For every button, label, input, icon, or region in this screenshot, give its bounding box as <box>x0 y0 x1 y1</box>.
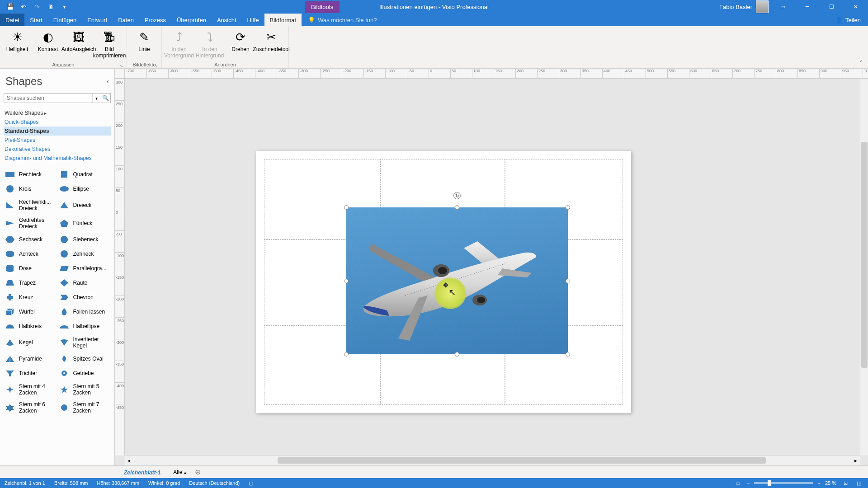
ribbon-rotate-button[interactable]: ⟳Drehen <box>226 28 255 62</box>
resize-handle-br[interactable] <box>566 352 570 357</box>
search-go-icon[interactable]: 🔍 <box>100 94 110 103</box>
share-button[interactable]: 👤 Teilen <box>828 14 868 26</box>
zoom-in-icon[interactable]: + <box>817 480 820 486</box>
shape-can[interactable]: Dose <box>4 262 57 275</box>
canvas[interactable]: ✥ ↖ ↻ <box>125 79 860 455</box>
vertical-scrollbar[interactable] <box>860 79 868 455</box>
redo-icon[interactable]: ↷ <box>32 1 42 12</box>
shapes-category-dekorative-shapes[interactable]: Dekorative Shapes <box>4 145 111 154</box>
shape-cone[interactable]: Kegel <box>4 334 57 351</box>
shape-oct[interactable]: Achteck <box>4 248 57 260</box>
user-name[interactable]: Fabio Basler <box>719 4 752 10</box>
resize-handle-mr[interactable] <box>566 279 570 283</box>
collapse-shapes-icon[interactable]: ‹ <box>107 78 109 85</box>
ribbon-crop-button[interactable]: ✂Zuschneidetool <box>257 28 286 62</box>
zoom-slider[interactable] <box>754 482 813 484</box>
scroll-right-icon[interactable]: ► <box>852 456 860 465</box>
resize-handle-tm[interactable] <box>455 205 459 210</box>
shape-drop[interactable]: Fallen lassen <box>58 305 111 318</box>
shape-hex[interactable]: Sechseck <box>4 233 57 246</box>
tab-datei[interactable]: Datei <box>0 14 24 26</box>
tab-ansicht[interactable]: Ansicht <box>212 14 242 26</box>
maximize-icon[interactable]: ☐ <box>821 0 842 14</box>
shape-semie[interactable]: Halbellipse <box>58 320 111 333</box>
shape-semi[interactable]: Halbkreis <box>4 320 57 333</box>
macro-record-icon[interactable]: ▢ <box>249 480 253 486</box>
ribbon-auto-button[interactable]: 🖼AutoAusgleich <box>64 28 93 62</box>
zoom-out-icon[interactable]: − <box>747 480 750 486</box>
v-scroll-thumb[interactable] <box>861 142 868 368</box>
ribbon-compress-button[interactable]: 🗜Bild komprimieren <box>95 28 124 62</box>
shape-penta[interactable]: Fünfeck <box>58 215 111 231</box>
ribbon-brightness-button[interactable]: ☀Helligkeit <box>3 28 32 62</box>
resize-handle-bm[interactable] <box>455 352 459 357</box>
add-page-button[interactable]: ⊕ <box>193 467 203 478</box>
shape-star6[interactable]: Stern mit 6 Zacken <box>4 399 57 416</box>
tab-prozess[interactable]: Prozess <box>139 14 171 26</box>
shapes-category-weitere-shapes[interactable]: Weitere Shapes <box>4 108 111 117</box>
shape-star4[interactable]: Stern mit 4 Zacken <box>4 381 57 398</box>
shape-cube[interactable]: Würfel <box>4 305 57 318</box>
close-icon[interactable]: ✕ <box>845 0 866 14</box>
selected-image[interactable]: ✥ ↖ ↻ <box>346 207 568 354</box>
horizontal-scrollbar[interactable] <box>133 456 852 465</box>
resize-handle-tr[interactable] <box>566 205 570 210</box>
shapes-category-standard-shapes[interactable]: Standard-Shapes <box>4 127 111 136</box>
shape-hept[interactable]: Siebeneck <box>58 233 111 246</box>
shape-circle[interactable]: Kreis <box>4 183 57 195</box>
shape-star5[interactable]: Stern mit 5 Zacken <box>58 381 111 398</box>
tab-überprüfen[interactable]: Überprüfen <box>171 14 212 26</box>
tab-hilfe[interactable]: Hilfe <box>242 14 264 26</box>
shapes-category-diagramm-und-mathematik-shapes[interactable]: Diagramm- und Mathematik-Shapes <box>4 154 111 163</box>
zoom-level[interactable]: 25 % <box>825 480 836 486</box>
rotation-handle[interactable]: ↻ <box>453 192 461 199</box>
tab-entwurf[interactable]: Entwurf <box>82 14 113 26</box>
qat-dropdown-icon[interactable]: ▾ <box>59 1 70 12</box>
resize-handle-tl[interactable] <box>344 205 349 210</box>
dialog-launcher-icon[interactable]: ↘ <box>119 63 123 68</box>
page-tab-1[interactable]: Zeichenblatt-1 <box>118 467 167 478</box>
resize-handle-ml[interactable] <box>344 279 349 283</box>
search-dropdown-icon[interactable]: ▾ <box>92 94 100 103</box>
shapes-category-pfeil-shapes[interactable]: Pfeil-Shapes <box>4 136 111 145</box>
shape-dec[interactable]: Zehneck <box>58 248 111 260</box>
shape-cross[interactable]: Kreuz <box>4 291 57 304</box>
pan-zoom-icon[interactable]: ◫ <box>854 479 863 487</box>
shape-star7[interactable]: Stern mit 7 Zacken <box>58 399 111 416</box>
status-language[interactable]: Deutsch (Deutschland) <box>189 480 240 486</box>
shape-rtri[interactable]: Rechtwinkli... Dreieck <box>4 197 57 213</box>
shape-tri[interactable]: Dreieck <box>58 197 111 213</box>
new-page-icon[interactable]: 🗎 <box>45 1 56 12</box>
zoom-slider-thumb[interactable] <box>768 480 771 486</box>
dialog-launcher-icon[interactable]: ↘ <box>154 63 158 68</box>
shape-rotri[interactable]: Gedrehtes Dreieck <box>4 215 57 231</box>
shape-chev[interactable]: Chevron <box>58 291 111 304</box>
scroll-left-icon[interactable]: ◄ <box>125 456 133 465</box>
tab-einfügen[interactable]: Einfügen <box>48 14 82 26</box>
context-tab-bildtools[interactable]: Bildtools <box>305 1 340 13</box>
shape-icone[interactable]: Invertierter Kegel <box>58 334 111 351</box>
tab-bildformat[interactable]: Bildformat <box>264 14 302 26</box>
fit-page-icon[interactable]: ⊡ <box>841 479 850 487</box>
shapes-search-input[interactable] <box>4 94 92 103</box>
shape-trap[interactable]: Trapez <box>4 277 57 289</box>
shape-gear[interactable]: Getriebe <box>58 367 111 380</box>
shape-rect[interactable]: Rechteck <box>4 168 57 181</box>
minimize-icon[interactable]: ━ <box>797 0 817 14</box>
tell-me-search[interactable]: 💡 Was möchten Sie tun? <box>302 14 377 26</box>
shape-poval[interactable]: Spitzes Oval <box>58 352 111 365</box>
ribbon-line-button[interactable]: ✎Linie <box>130 28 159 62</box>
tab-start[interactable]: Start <box>24 14 47 26</box>
shape-funnel[interactable]: Trichter <box>4 367 57 380</box>
shape-dia[interactable]: Raute <box>58 277 111 289</box>
ribbon-options-icon[interactable]: ▭ <box>772 0 793 14</box>
page-tab-all[interactable]: Alle ▴ <box>169 467 190 477</box>
user-avatar-icon[interactable] <box>756 0 769 13</box>
shape-square[interactable]: Quadrat <box>58 168 111 181</box>
shapes-category-quick-shapes[interactable]: Quick-Shapes <box>4 117 111 127</box>
ribbon-contrast-button[interactable]: ◐Kontrast <box>33 28 62 62</box>
shape-ellipse[interactable]: Ellipse <box>58 183 111 195</box>
resize-handle-bl[interactable] <box>344 352 349 357</box>
presentation-view-icon[interactable]: ▭ <box>733 479 742 487</box>
undo-icon[interactable]: ↶ <box>18 1 29 12</box>
